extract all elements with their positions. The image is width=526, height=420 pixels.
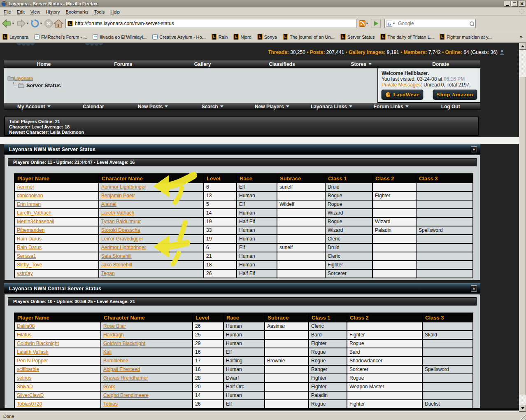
shop-amazon-button[interactable]: Shop Amazon: [433, 90, 477, 100]
url-input[interactable]: [75, 21, 354, 26]
resize-grip[interactable]: [520, 414, 526, 420]
player-name-link[interactable]: Lalaith Va'lash: [17, 349, 49, 355]
menu-item-file[interactable]: File: [1, 9, 14, 15]
feed-dropdown[interactable]: [365, 23, 370, 24]
search-input[interactable]: [398, 21, 469, 26]
character-name-link[interactable]: Tegan: [101, 271, 115, 276]
vertical-scrollbar[interactable]: [519, 43, 526, 412]
rss-feed-icon[interactable]: [359, 20, 365, 27]
west-collapse-button[interactable]: ▲: [471, 146, 477, 152]
character-name-link[interactable]: Alatriel: [101, 201, 116, 207]
breadcrumb-root-link[interactable]: Layonara: [14, 76, 33, 81]
layowear-button[interactable]: LayoWear: [382, 90, 423, 100]
nav-gallery[interactable]: Gallery: [163, 61, 242, 67]
player-name-link[interactable]: Lareth_Vathach: [17, 210, 51, 216]
menu-item-history[interactable]: History: [43, 9, 63, 15]
scrollbar-thumb[interactable]: [519, 77, 526, 395]
character-name-link[interactable]: Rose Blair: [103, 323, 126, 329]
nav-donate[interactable]: Donate: [401, 61, 480, 67]
character-name-link[interactable]: Lareth Vathach: [101, 210, 135, 216]
player-name-link[interactable]: Dalila08: [17, 323, 35, 329]
character-name-link[interactable]: G'ork: [103, 384, 115, 390]
bookmark-item[interactable]: LThe journal of an Un...: [283, 34, 335, 40]
player-name-link[interactable]: Rain Darus: [17, 236, 42, 242]
bookmark-item[interactable]: ⋯Illvacla eo El'Wilmlayl...: [93, 34, 147, 40]
character-name-link[interactable]: Tyrian Baldu'muur: [101, 219, 141, 224]
character-name-link[interactable]: Jako Stonehill: [101, 262, 132, 268]
bookmark-item[interactable]: LServer Status: [340, 34, 375, 40]
menu-item-bookmarks[interactable]: Bookmarks: [63, 9, 91, 15]
reload-dropdown-icon[interactable]: [40, 23, 42, 24]
character-name-link[interactable]: Benjamin Poetr: [101, 193, 135, 198]
go-button[interactable]: [372, 19, 381, 28]
nav-layonara-links[interactable]: Layonara Links: [302, 103, 361, 110]
player-name-link[interactable]: Goldwin Blacknight: [17, 341, 59, 346]
player-name-link[interactable]: Tobias0720: [17, 401, 42, 407]
bookmark-item[interactable]: LRain: [212, 34, 228, 40]
bookmark-item[interactable]: LNjord: [233, 34, 251, 40]
stop-button[interactable]: [44, 19, 53, 28]
reload-button[interactable]: [30, 19, 44, 28]
bookmark-item[interactable]: LLayonara: [2, 34, 28, 40]
character-name-link[interactable]: Kali: [103, 349, 112, 355]
player-name-link[interactable]: ShivaD: [17, 384, 33, 390]
nav-classifieds[interactable]: Classifieds: [242, 61, 321, 67]
minimize-button-icon[interactable]: [504, 1, 510, 7]
player-name-link[interactable]: Merlin34baseball: [17, 219, 54, 224]
character-name-link[interactable]: Aerimor Lightbringer: [101, 184, 146, 190]
character-name-link[interactable]: Storold Doesscha: [101, 227, 140, 233]
forward-dropdown-icon[interactable]: [26, 23, 29, 24]
search-magnifier-icon[interactable]: [469, 21, 474, 26]
bookmark-item[interactable]: LSonya: [257, 34, 277, 40]
nav-calendar[interactable]: Calendar: [64, 103, 123, 110]
central-collapse-button[interactable]: ▲: [471, 285, 477, 292]
character-name-link[interactable]: Goldwin Blacknight: [103, 341, 145, 346]
character-name-link[interactable]: Lex'or Gravedigger: [101, 236, 143, 242]
character-name-link[interactable]: Sala Stonehill: [101, 253, 131, 259]
player-name-link[interactable]: Erin Inman: [17, 201, 41, 207]
nav-new-posts[interactable]: New Posts: [123, 103, 183, 110]
menu-item-edit[interactable]: Edit: [14, 9, 28, 15]
nav-forums[interactable]: Forums: [84, 61, 163, 67]
player-name-link[interactable]: cbnicholson: [17, 193, 43, 198]
player-name-link[interactable]: Rain Darus: [17, 245, 42, 250]
menu-item-help[interactable]: Help: [107, 9, 123, 15]
restore-button-icon[interactable]: [511, 1, 518, 7]
player-name-link[interactable]: Aerimor: [17, 184, 34, 190]
nav-stores[interactable]: Stores: [321, 61, 401, 67]
bookmark-item[interactable]: ⋯FMRachel's Forum - ...: [34, 34, 87, 40]
player-name-link[interactable]: Slithy_Tove: [17, 262, 42, 268]
player-name-link[interactable]: Serissa1: [17, 253, 36, 259]
player-name-link[interactable]: scifibarbie: [17, 366, 39, 372]
scroll-down-button[interactable]: [519, 405, 526, 412]
character-name-link[interactable]: Abigail Firesteed: [103, 366, 140, 372]
nav-log-out[interactable]: Log Out: [421, 103, 480, 110]
back-dropdown-icon[interactable]: [12, 23, 14, 24]
player-name-link[interactable]: Filatus: [17, 332, 31, 338]
character-name-link[interactable]: Caighd Brendimeere: [103, 392, 149, 398]
nav-search[interactable]: Search: [183, 103, 242, 110]
player-name-link[interactable]: Pibemanden: [17, 227, 44, 233]
bookmark-item[interactable]: ⋯Creative Asylum - Ho...: [152, 34, 205, 40]
character-name-link[interactable]: Hardragh: [103, 332, 124, 338]
window-titlebar[interactable]: Layonara - Server Status - Mozilla Firef…: [0, 0, 526, 7]
player-name-link[interactable]: ystrday: [17, 271, 33, 276]
address-bar[interactable]: L: [65, 19, 356, 28]
close-button-icon[interactable]: ✕: [519, 1, 525, 7]
bookmark-item[interactable]: LFighter musician at y...: [440, 34, 492, 40]
nav-new-players[interactable]: New Players: [242, 103, 302, 110]
player-name-link[interactable]: setrius: [17, 375, 31, 381]
back-button[interactable]: [2, 19, 16, 28]
bookmark-item[interactable]: LThe dairy of Tristan L...: [380, 34, 434, 40]
nav-forum-links[interactable]: Forum Links: [361, 103, 421, 110]
nav-my-account[interactable]: My Account: [4, 103, 64, 110]
bookmarks-overflow-chevron[interactable]: »: [520, 34, 523, 40]
menu-item-tools[interactable]: Tools: [91, 9, 108, 15]
player-name-link[interactable]: SilverClawD: [17, 392, 44, 398]
character-name-link[interactable]: Gravas Hrendhamer: [103, 375, 148, 381]
home-button[interactable]: [54, 19, 63, 28]
search-engine-dropdown-icon[interactable]: [393, 23, 395, 24]
player-name-link[interactable]: Pen N Popper: [17, 358, 48, 364]
scroll-up-button[interactable]: [519, 43, 526, 50]
menu-item-view[interactable]: View: [28, 9, 43, 15]
